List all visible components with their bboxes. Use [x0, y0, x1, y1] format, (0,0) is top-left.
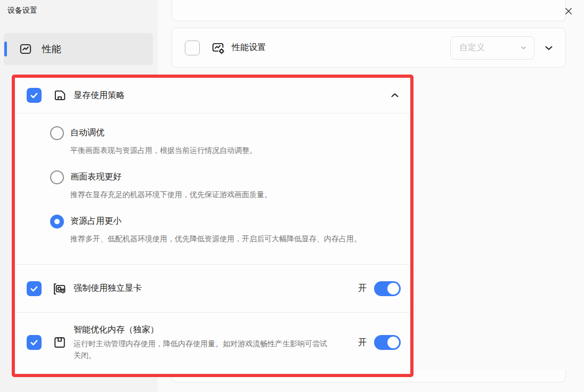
- force-discrete-gpu-label: 强制使用独立显卡: [74, 283, 142, 294]
- scrolled-card-edge: [172, 0, 566, 21]
- chevron-down-icon: [520, 44, 528, 52]
- check-icon: [29, 91, 39, 100]
- vram-strategy-highlighted-section: 显存使用策略 自动调优 平衡画面表现与资源占用，根据当前运行情况自动调整。 画面…: [12, 75, 413, 377]
- gpu-card-icon: [52, 281, 67, 296]
- dropdown-selected-value: 自定义: [459, 42, 520, 53]
- window-title: 设备设置: [7, 6, 37, 15]
- check-icon: [29, 284, 39, 293]
- performance-settings-checkbox[interactable]: [185, 40, 200, 55]
- vram-strategy-header: 显存使用策略: [15, 78, 410, 113]
- smart-memory-checkbox[interactable]: [27, 335, 42, 350]
- check-icon: [29, 338, 39, 347]
- radio-auto-tune[interactable]: [50, 126, 64, 140]
- performance-chart-icon: [19, 42, 33, 56]
- toggle-knob: [387, 283, 399, 295]
- switch-state-label: 开: [358, 283, 367, 294]
- option-label: 画面表现更好: [70, 172, 272, 183]
- option-better-graphics: 画面表现更好 推荐在显存充足的机器环境下使用，优先保证游戏画面质量。: [50, 172, 398, 200]
- vram-strategy-options: 自动调优 平衡画面表现与资源占用，根据当前运行情况自动调整。 画面表现更好 推荐…: [15, 113, 410, 264]
- chevron-up-icon: [389, 89, 401, 101]
- smart-memory-label: 智能优化内存（独家）: [74, 324, 328, 336]
- toggle-knob: [387, 337, 399, 348]
- performance-settings-card: 性能设置 自定义: [172, 28, 566, 68]
- option-description: 推荐多开、低配机器环境使用，优先降低资源使用，开启后可大幅降低显存、内存占用。: [70, 233, 361, 244]
- smart-memory-row: 智能优化内存（独家） 运行时主动管理内存使用，降低内存使用量。如对游戏流畅性产生…: [15, 313, 410, 372]
- option-auto-tune: 自动调优 平衡画面表现与资源占用，根据当前运行情况自动调整。: [50, 127, 398, 156]
- option-label: 资源占用更小: [70, 216, 361, 227]
- sidebar-item-performance[interactable]: 性能: [4, 33, 153, 65]
- active-indicator: [4, 42, 7, 56]
- radio-better-graphics[interactable]: [50, 170, 64, 184]
- chevron-down-icon: [543, 42, 555, 54]
- option-description: 平衡画面表现与资源占用，根据当前运行情况自动调整。: [70, 145, 257, 156]
- performance-settings-label: 性能设置: [232, 42, 266, 53]
- vram-strategy-checkbox[interactable]: [27, 88, 42, 103]
- close-icon: [564, 6, 573, 16]
- force-discrete-gpu-toggle[interactable]: [374, 281, 401, 296]
- memory-save-icon: [52, 335, 67, 350]
- radio-lower-resource-usage[interactable]: [50, 215, 64, 228]
- force-discrete-gpu-checkbox[interactable]: [27, 281, 42, 296]
- smart-memory-toggle[interactable]: [374, 335, 401, 350]
- option-description: 推荐在显存充足的机器环境下使用，优先保证游戏画面质量。: [70, 189, 272, 200]
- sidebar-item-label: 性能: [42, 43, 61, 55]
- option-lower-resource-usage: 资源占用更小 推荐多开、低配机器环境使用，优先降低资源使用，开启后可大幅降低显存…: [50, 216, 398, 244]
- performance-mode-dropdown[interactable]: 自定义: [450, 36, 534, 60]
- save-disk-icon: [52, 88, 67, 103]
- switch-state-label: 开: [358, 337, 367, 348]
- smart-memory-description: 运行时主动管理内存使用，降低内存使用量。如对游戏流畅性产生影响可尝试关闭。: [74, 338, 328, 361]
- vram-strategy-label: 显存使用策略: [74, 90, 125, 101]
- performance-settings-icon: [210, 40, 225, 55]
- collapse-section-button[interactable]: [389, 89, 401, 101]
- option-label: 自动调优: [70, 127, 257, 138]
- close-button[interactable]: [561, 3, 577, 19]
- expand-card-button[interactable]: [543, 42, 555, 54]
- force-discrete-gpu-row: 强制使用独立显卡 开: [15, 265, 410, 312]
